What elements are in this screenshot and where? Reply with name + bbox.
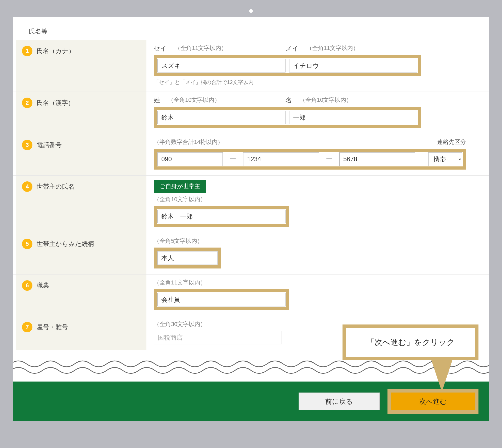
label-occupation: 職業	[37, 280, 49, 290]
back-button[interactable]: 前に戻る	[299, 393, 380, 410]
input-col: （半角数字合計14桁以内） 連絡先区分 ー ー 携帯	[146, 134, 473, 175]
app-window: 氏名等 1 氏名（カナ） セイ （全角11文字以内） メイ （全角11文字以内）	[13, 5, 489, 421]
label-col: 1 氏名（カナ）	[16, 40, 146, 92]
next-button[interactable]: 次へ進む	[391, 393, 475, 410]
householder-name-input[interactable]	[157, 210, 286, 223]
row-relationship: 5 世帯主からみた続柄 （全角5文字以内）	[13, 233, 489, 275]
titlebar-dot-icon	[249, 9, 253, 13]
dash-icon: ー	[226, 155, 239, 164]
row-phone: 3 電話番号 （半角数字合計14桁以内） 連絡先区分 ー ー 携帯	[13, 134, 489, 176]
phone-part2-input[interactable]	[243, 152, 319, 166]
mei-label: メイ	[286, 44, 299, 53]
badge-4: 4	[22, 181, 32, 192]
sei-kanji-paren: （全角10文字以内）	[168, 96, 220, 104]
label-col: 2 氏名（漢字）	[16, 92, 146, 134]
badge-3: 3	[22, 140, 32, 150]
label-name-kanji: 氏名（漢字）	[37, 97, 74, 107]
householder-paren: （全角10文字以内）	[154, 195, 466, 203]
label-householder: 世帯主の氏名	[37, 181, 75, 191]
label-col: 5 世帯主からみた続柄	[16, 233, 146, 274]
highlight-relationship	[154, 248, 221, 268]
mei-kanji-input[interactable]	[289, 111, 417, 124]
input-col: ご自身が世帯主 （全角10文字以内）	[146, 176, 473, 233]
highlight-kanji	[154, 107, 421, 128]
label-col: 7 屋号・雅号	[16, 316, 146, 350]
sei-kanji-input[interactable]	[157, 111, 286, 124]
sei-paren: （全角11文字以内）	[175, 44, 227, 53]
titlebar	[13, 5, 489, 17]
badge-5: 5	[22, 239, 32, 249]
label-phone: 電話番号	[37, 139, 62, 149]
input-col: （全角11文字以内）	[146, 275, 473, 316]
highlight-kana	[154, 55, 421, 76]
highlight-occupation	[154, 289, 289, 310]
phone-paren: （半角数字合計14桁以内）	[154, 138, 223, 146]
highlight-phone: ー ー 携帯	[154, 149, 466, 170]
input-col: 姓 （全角10文字以内） 名 （全角10文字以内）	[146, 92, 473, 134]
occupation-paren: （全角11文字以内）	[154, 279, 466, 287]
label-col: 6 職業	[16, 275, 146, 316]
phone-class-label: 連絡先区分	[437, 138, 466, 146]
row-occupation: 6 職業 （全角11文字以内）	[13, 275, 489, 316]
shopname-input[interactable]	[154, 331, 282, 344]
badge-7: 7	[22, 322, 32, 332]
occupation-input[interactable]	[157, 293, 286, 306]
dash-icon: ー	[323, 155, 336, 164]
self-householder-button[interactable]: ご自身が世帯主	[154, 180, 206, 193]
input-col: （全角5文字以内）	[146, 233, 473, 274]
label-relationship: 世帯主からみた続柄	[37, 238, 94, 248]
highlight-next: 次へ進む	[387, 389, 478, 414]
label-shopname: 屋号・雅号	[37, 321, 68, 331]
badge-1: 1	[22, 46, 32, 56]
row-name-kana: 1 氏名（カナ） セイ （全角11文字以内） メイ （全角11文字以内）	[13, 40, 489, 92]
badge-6: 6	[22, 280, 32, 291]
phone-type-select[interactable]: 携帯	[428, 152, 462, 166]
phone-part3-input[interactable]	[339, 152, 415, 166]
row-name-kanji: 2 氏名（漢字） 姓 （全角10文字以内） 名 （全角10文字以内）	[13, 92, 489, 134]
label-name-kana: 氏名（カナ）	[37, 45, 75, 55]
kana-note: 「セイ」と「メイ」欄の合計で12文字以内	[154, 79, 466, 86]
form-content: 氏名等 1 氏名（カナ） セイ （全角11文字以内） メイ （全角11文字以内）	[13, 17, 489, 421]
sei-label: セイ	[154, 44, 167, 53]
callout-tail-icon	[431, 360, 452, 392]
relationship-paren: （全角5文字以内）	[154, 237, 466, 245]
section-title: 氏名等	[13, 27, 489, 40]
input-col: セイ （全角11文字以内） メイ （全角11文字以内） 「セイ」と「メイ」欄の合…	[146, 40, 473, 92]
badge-2: 2	[22, 98, 32, 108]
mei-paren: （全角11文字以内）	[306, 44, 359, 53]
mei-kanji-label: 名	[286, 96, 292, 104]
row-householder-name: 4 世帯主の氏名 ご自身が世帯主 （全角10文字以内）	[13, 176, 489, 233]
callout-text: 「次へ進む」をクリック	[343, 324, 478, 360]
callout: 「次へ進む」をクリック	[343, 324, 478, 392]
relationship-input[interactable]	[157, 251, 218, 265]
highlight-householder	[154, 206, 289, 227]
sei-kanji-label: 姓	[154, 96, 160, 104]
sei-kana-input[interactable]	[157, 59, 286, 72]
mei-kana-input[interactable]	[289, 59, 417, 72]
phone-part1-input[interactable]	[157, 152, 223, 166]
label-col: 3 電話番号	[16, 134, 146, 175]
mei-kanji-paren: （全角10文字以内）	[300, 96, 352, 104]
label-col: 4 世帯主の氏名	[16, 176, 146, 233]
